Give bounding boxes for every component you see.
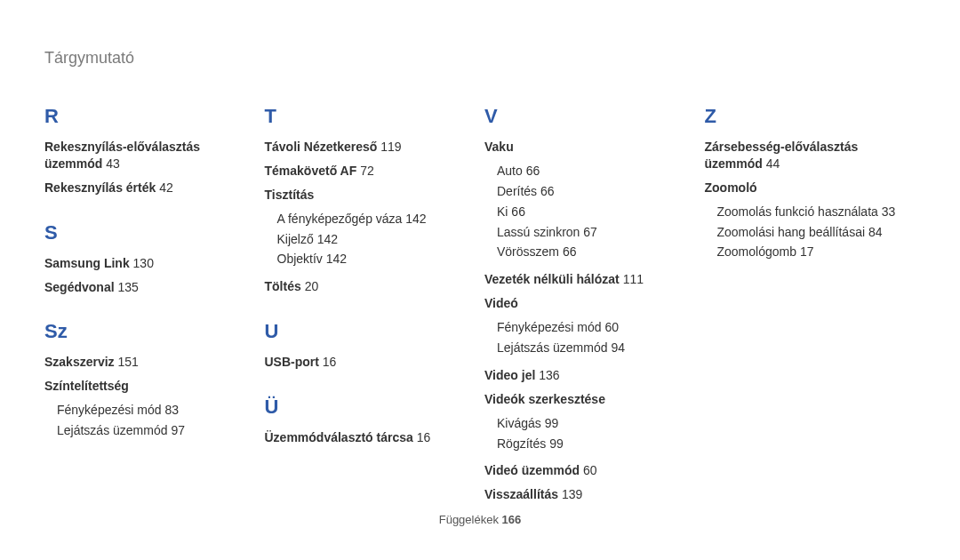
sub-objektiv[interactable]: Objektív 142 [277, 251, 476, 268]
page-ref: 130 [133, 256, 154, 270]
entry-label: Segédvonal [44, 280, 115, 294]
group-Sz: Sz Szakszerviz 151 Színtelítettség Fényk… [44, 320, 256, 439]
group-S: S Samsung Link 130 Segédvonal 135 [44, 221, 256, 296]
page-ref: 99 [549, 436, 564, 451]
letter-V: V [484, 105, 696, 128]
entry-visszaallitas[interactable]: Visszaállítás 139 [484, 486, 696, 503]
page-ref: 151 [118, 355, 139, 369]
sub-fenykepezogep-vaza[interactable]: A fényképezőgép váza 142 [277, 211, 476, 228]
page-ref: 17 [800, 244, 814, 259]
sub-fenykepezesi-mod-v[interactable]: Fényképezési mód 60 [497, 319, 696, 336]
group-V: V Vaku Auto 66 Derítés 66 Ki 66 Lassú sz… [484, 105, 696, 503]
entry-label: Video jel [484, 368, 535, 382]
sub-lassu-szinkron[interactable]: Lassú szinkron 67 [497, 224, 696, 241]
entry-tisztitas-block: Tisztítás A fényképezőgép váza 142 Kijel… [265, 187, 476, 268]
entry-vaku: Vaku [484, 139, 696, 156]
sub-label: Zoomolás funkció használata [717, 204, 878, 219]
sub-zoomolas-funkcio[interactable]: Zoomolás funkció használata 33 [717, 204, 916, 220]
page-ref: 142 [405, 212, 426, 226]
entry-temakoveto-af[interactable]: Témakövető AF 72 [265, 163, 476, 180]
entry-rekesznyilas-elovalasztas[interactable]: Rekesznyílás-előválasztás üzemmód 43 [44, 139, 256, 172]
page-ref: 119 [380, 140, 401, 154]
group-R: R Rekesznyílás-előválasztás üzemmód 43 R… [44, 105, 256, 196]
entry-zoomolo: Zoomoló [705, 180, 916, 196]
entry-video-uzemmod[interactable]: Videó üzemmód 60 [484, 462, 696, 479]
sub-fenykepezesi-mod[interactable]: Fényképezési mód 83 [57, 402, 256, 419]
footer-page-number: 166 [502, 513, 522, 526]
page-ref: 66 [563, 244, 577, 259]
entry-tavoli-nezetkereso[interactable]: Távoli Nézetkereső 119 [265, 139, 476, 156]
letter-U-umlaut: Ü [265, 396, 476, 419]
entry-usb-port[interactable]: USB-port 16 [265, 354, 476, 371]
sub-label: Vörösszem [497, 244, 559, 259]
page-ref: 16 [323, 355, 337, 369]
sub-kivagas[interactable]: Kivágás 99 [497, 415, 696, 432]
page-ref: 66 [511, 204, 525, 219]
sub-rogzites[interactable]: Rögzítés 99 [497, 436, 696, 452]
page-ref: 99 [545, 416, 559, 430]
sub-derites[interactable]: Derítés 66 [497, 183, 696, 200]
entry-rekesznyilas-ertek[interactable]: Rekesznyílás érték 42 [44, 180, 256, 196]
page-ref: 94 [611, 340, 625, 355]
letter-S: S [44, 221, 256, 244]
sub-label: Kijelző [277, 232, 314, 246]
entry-uzemmodvalaszto-tarcsa[interactable]: Üzemmódválasztó tárcsa 16 [265, 429, 476, 446]
sub-kijelzo[interactable]: Kijelző 142 [277, 231, 476, 248]
sub-lejatszas-uzemmod-v[interactable]: Lejátszás üzemmód 94 [497, 340, 696, 356]
sub-vorosszem[interactable]: Vörösszem 66 [497, 244, 696, 260]
sub-label: Zoomolási hang beállításai [717, 225, 866, 239]
entry-toltes[interactable]: Töltés 20 [265, 278, 476, 295]
entry-label: Vezeték nélküli hálózat [484, 272, 620, 286]
entry-tisztitas: Tisztítás [265, 187, 476, 204]
footer-label: Függelékek [439, 513, 499, 526]
entry-vezetek-nelkuli-halozat[interactable]: Vezeték nélküli hálózat 111 [484, 271, 696, 288]
entry-label: Rekesznyílás-előválasztás üzemmód [44, 140, 200, 171]
column-4: Z Zársebesség-előválasztás üzemmód 44 Zo… [705, 105, 916, 528]
entry-label: Távoli Nézetkereső [265, 140, 378, 154]
page-title: Tárgymutató [44, 49, 916, 68]
sub-label: Lassú szinkron [497, 225, 580, 239]
page-ref: 135 [117, 280, 138, 294]
entry-label: Szakszerviz [44, 355, 115, 369]
entry-szintelítettseg-block: Színtelítettség Fényképezési mód 83 Lejá… [44, 378, 256, 439]
index-columns: R Rekesznyílás-előválasztás üzemmód 43 R… [44, 105, 916, 528]
page-ref: 60 [583, 463, 597, 477]
page-ref: 139 [562, 487, 582, 501]
page-ref: 111 [623, 272, 644, 286]
entry-label: USB-port [265, 355, 319, 369]
sub-ki[interactable]: Ki 66 [497, 204, 696, 220]
column-1: R Rekesznyílás-előválasztás üzemmód 43 R… [44, 105, 256, 528]
sub-label: Zoomológomb [717, 244, 797, 259]
page-ref: 83 [164, 403, 179, 417]
sub-label: Lejátszás üzemmód [57, 423, 168, 437]
sub-label: A fényképezőgép váza [277, 212, 403, 226]
group-U-umlaut: Ü Üzemmódválasztó tárcsa 16 [265, 396, 476, 446]
page-ref: 44 [766, 156, 780, 171]
sub-label: Auto [497, 164, 523, 178]
page-ref: 20 [305, 279, 319, 293]
letter-Sz: Sz [44, 320, 256, 343]
entry-samsung-link[interactable]: Samsung Link 130 [44, 255, 256, 272]
sub-zoomolasi-hang[interactable]: Zoomolási hang beállításai 84 [717, 224, 916, 241]
entry-label: Samsung Link [44, 256, 130, 270]
sub-auto[interactable]: Auto 66 [497, 163, 696, 180]
group-U: U USB-port 16 [265, 320, 476, 371]
page-ref: 66 [540, 184, 555, 198]
entry-segedvonal[interactable]: Segédvonal 135 [44, 279, 256, 296]
entry-vaku-block: Vaku Auto 66 Derítés 66 Ki 66 Lassú szin… [484, 139, 696, 260]
page-ref: 43 [106, 156, 120, 171]
entry-label: Üzemmódválasztó tárcsa [265, 430, 413, 444]
footer: Függelékek 166 [0, 513, 960, 526]
entry-szakszerviz[interactable]: Szakszerviz 151 [44, 354, 256, 371]
entry-szintelítettseg: Színtelítettség [44, 378, 256, 395]
entry-zoomolo-block: Zoomoló Zoomolás funkció használata 33 Z… [705, 180, 916, 261]
page-ref: 97 [171, 423, 185, 437]
sub-zoomologomb[interactable]: Zoomológomb 17 [717, 244, 916, 260]
letter-T: T [265, 105, 476, 128]
entry-zarsebesseg-elovalasztas[interactable]: Zársebesség-előválasztás üzemmód 44 [705, 139, 916, 172]
page-ref: 66 [526, 164, 540, 178]
entry-label: Videó üzemmód [484, 463, 580, 477]
sub-label: Rögzítés [497, 436, 546, 451]
entry-video-jel[interactable]: Video jel 136 [484, 367, 696, 384]
sub-lejatszas-uzemmod[interactable]: Lejátszás üzemmód 97 [57, 422, 256, 439]
